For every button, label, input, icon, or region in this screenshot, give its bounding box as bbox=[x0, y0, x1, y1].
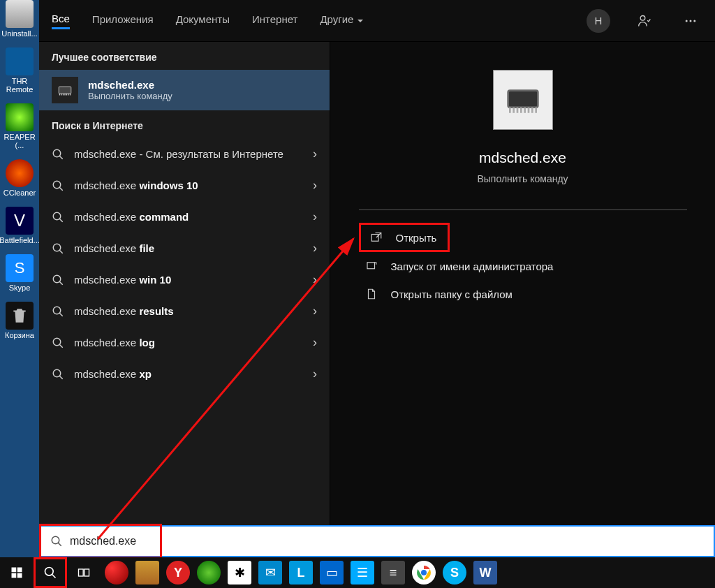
svg-rect-18 bbox=[12, 568, 17, 573]
web-suggestion[interactable]: mdsched.exe command › bbox=[39, 201, 330, 233]
detail-subtitle: Выполнить команду bbox=[477, 173, 568, 184]
svg-point-26 bbox=[421, 570, 427, 575]
start-search-panel: Все Приложения Документы Интернет Другие… bbox=[39, 0, 715, 525]
action-label: Открыть bbox=[396, 232, 437, 244]
task-view-button[interactable] bbox=[67, 557, 101, 588]
taskbar-app[interactable]: ▭ bbox=[320, 561, 344, 585]
section-best-match: Лучшее соответствие bbox=[39, 42, 330, 70]
feedback-icon[interactable] bbox=[633, 9, 656, 33]
taskbar-app-skype[interactable]: S bbox=[443, 561, 466, 585]
user-avatar[interactable]: Н bbox=[587, 9, 610, 33]
search-icon bbox=[52, 179, 64, 192]
taskbar-app[interactable] bbox=[135, 561, 159, 585]
svg-rect-15 bbox=[367, 263, 375, 269]
desktop-shortcut[interactable]: Корзина bbox=[0, 302, 39, 339]
tab-documents[interactable]: Документы bbox=[176, 13, 230, 28]
web-suggestion[interactable]: mdsched.exe windows 10 › bbox=[39, 170, 330, 201]
svg-rect-4 bbox=[59, 87, 71, 94]
results-list: Лучшее соответствие mdsched.exe Выполнит… bbox=[39, 42, 330, 525]
taskbar-app[interactable]: ☰ bbox=[351, 561, 374, 585]
app-icon bbox=[6, 47, 34, 75]
chevron-right-icon: › bbox=[313, 178, 317, 193]
web-suggestion[interactable]: mdsched.exe results › bbox=[39, 295, 330, 327]
svg-rect-21 bbox=[17, 573, 22, 578]
tab-other[interactable]: Другие bbox=[320, 13, 363, 28]
action-label: Открыть папку с файлом bbox=[391, 288, 513, 300]
svg-point-8 bbox=[53, 244, 61, 251]
desktop-icons-column: Uninstall... THR Remote REAPER (... CCle… bbox=[0, 0, 39, 525]
taskbar-app[interactable]: L bbox=[289, 561, 313, 585]
search-icon bbox=[50, 535, 63, 547]
chevron-right-icon: › bbox=[313, 210, 317, 224]
svg-point-7 bbox=[53, 212, 61, 220]
search-icon bbox=[52, 211, 64, 223]
web-suggestion[interactable]: mdsched.exe - См. результаты в Интернете… bbox=[39, 138, 330, 170]
open-icon bbox=[369, 230, 383, 244]
svg-rect-14 bbox=[371, 235, 378, 242]
desktop-shortcut[interactable]: THR Remote bbox=[0, 47, 39, 94]
taskbar-app-opera[interactable] bbox=[105, 561, 128, 585]
desktop-shortcut[interactable]: REAPER (... bbox=[0, 103, 39, 149]
search-icon bbox=[52, 368, 64, 381]
shield-icon bbox=[364, 259, 378, 273]
desktop-shortcut[interactable]: SSkype bbox=[0, 254, 39, 292]
desktop-shortcut[interactable]: Uninstall... bbox=[0, 0, 39, 38]
detail-title: mdsched.exe bbox=[479, 149, 566, 166]
chevron-right-icon: › bbox=[313, 272, 317, 287]
action-open-folder[interactable]: Открыть папку с файлом bbox=[359, 280, 687, 308]
search-tabs: Все Приложения Документы Интернет Другие… bbox=[39, 0, 715, 42]
web-suggestion[interactable]: mdsched.exe win 10 › bbox=[39, 264, 330, 295]
more-icon[interactable] bbox=[679, 9, 702, 33]
search-input[interactable] bbox=[70, 535, 704, 547]
desktop-label: Skype bbox=[9, 284, 31, 292]
desktop-shortcut[interactable]: VBattlefield... bbox=[0, 207, 39, 244]
svg-rect-24 bbox=[84, 569, 89, 576]
section-web-search: Поиск в Интернете bbox=[39, 110, 330, 138]
tab-all[interactable]: Все bbox=[52, 13, 70, 29]
taskbar-app-word[interactable]: W bbox=[473, 561, 497, 585]
app-icon bbox=[6, 103, 34, 131]
taskbar: Y ✱ ✉ L ▭ ☰ ≡ S W bbox=[0, 557, 715, 588]
svg-rect-19 bbox=[17, 568, 22, 573]
web-suggestion[interactable]: mdsched.exe log › bbox=[39, 327, 330, 358]
tab-internet[interactable]: Интернет bbox=[252, 13, 297, 28]
svg-point-3 bbox=[693, 20, 695, 22]
taskbar-app[interactable] bbox=[197, 561, 221, 585]
taskbar-app-mail[interactable]: ✉ bbox=[258, 561, 282, 585]
taskbar-app-chrome[interactable] bbox=[412, 561, 436, 585]
svg-point-0 bbox=[640, 15, 645, 20]
search-icon bbox=[52, 242, 64, 255]
desktop-label: THR Remote bbox=[0, 77, 39, 94]
taskbar-search-button[interactable] bbox=[34, 557, 67, 588]
divider bbox=[359, 210, 687, 210]
action-run-admin[interactable]: Запуск от имени администратора bbox=[359, 252, 687, 280]
app-icon bbox=[6, 0, 34, 28]
action-label: Запуск от имени администратора bbox=[391, 260, 554, 272]
taskbar-app-yandex[interactable]: Y bbox=[166, 561, 190, 585]
desktop-label: CCleaner bbox=[3, 189, 36, 197]
chevron-right-icon: › bbox=[313, 147, 317, 161]
taskbar-app[interactable]: ≡ bbox=[381, 561, 405, 585]
best-match-item[interactable]: mdsched.exe Выполнить команду bbox=[39, 70, 330, 110]
search-icon bbox=[52, 305, 64, 318]
app-icon: S bbox=[6, 254, 34, 282]
svg-point-12 bbox=[53, 369, 61, 377]
desktop-shortcut[interactable]: CCleaner bbox=[0, 159, 39, 197]
search-icon bbox=[52, 337, 64, 349]
svg-point-11 bbox=[53, 338, 61, 346]
tab-apps[interactable]: Приложения bbox=[92, 13, 154, 28]
chip-icon bbox=[493, 70, 553, 130]
svg-point-6 bbox=[53, 181, 61, 189]
taskbar-app[interactable]: ✱ bbox=[228, 561, 251, 585]
recycle-bin-icon bbox=[6, 302, 34, 330]
svg-point-5 bbox=[53, 149, 61, 157]
search-input-bar[interactable] bbox=[39, 525, 715, 557]
web-suggestion[interactable]: mdsched.exe file › bbox=[39, 233, 330, 264]
chevron-right-icon: › bbox=[313, 367, 317, 381]
start-button[interactable] bbox=[0, 557, 34, 588]
web-suggestion[interactable]: mdsched.exe xp › bbox=[39, 358, 330, 390]
svg-point-2 bbox=[690, 20, 692, 22]
chevron-right-icon: › bbox=[313, 335, 317, 350]
action-open[interactable]: Открыть bbox=[359, 223, 450, 252]
desktop-label: Battlefield... bbox=[0, 236, 40, 244]
